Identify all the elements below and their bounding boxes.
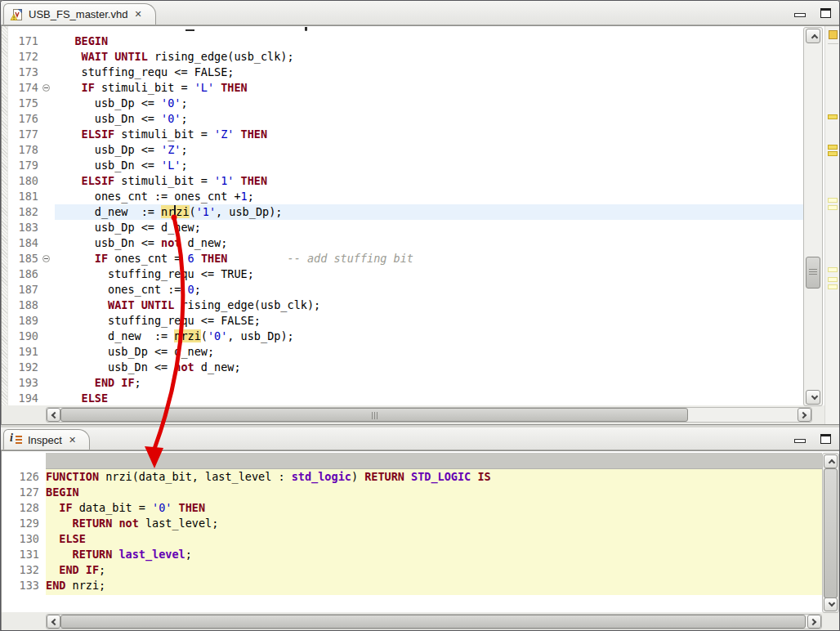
- editor-hscrollbar[interactable]: [46, 407, 812, 423]
- code-line[interactable]: IF ones_cnt = 6 THEN -- add stuffing bit: [55, 251, 803, 266]
- tab-usb-fs-master[interactable]: USB_FS_master.vhd ✕: [3, 3, 156, 25]
- code-line[interactable]: RETURN last_level;: [46, 547, 822, 562]
- code-line[interactable]: usb_Dn <= not d_new;: [55, 360, 803, 375]
- occurrence-marker[interactable]: [828, 284, 838, 289]
- line-number[interactable]: 193: [9, 375, 38, 391]
- code-line[interactable]: FUNCTION nrzi(data_bit, last_level : std…: [46, 469, 822, 485]
- code-line[interactable]: stuffing_requ <= FALSE;: [55, 65, 803, 80]
- line-number[interactable]: 131: [2, 547, 39, 562]
- code-line[interactable]: usb_Dp <= d_new;: [55, 220, 803, 235]
- code-line[interactable]: stuffing_requ <= FALSE;: [55, 313, 803, 329]
- code-line[interactable]: WAIT UNTIL rising_edge(usb_clk);: [55, 49, 803, 65]
- code-line[interactable]: END IF;: [46, 562, 822, 578]
- line-number[interactable]: 176: [9, 111, 38, 127]
- line-number[interactable]: 130: [2, 531, 39, 547]
- hscroll-thumb[interactable]: [60, 615, 806, 629]
- editor-minimize-icon[interactable]: [794, 13, 806, 17]
- code-line[interactable]: IF data_bit = '0' THEN: [46, 500, 822, 516]
- code-line[interactable]: d_new := nrzi('0', usb_Dp);: [55, 329, 803, 344]
- inspect-vscrollbar[interactable]: [822, 453, 839, 613]
- inspect-tab-close-icon[interactable]: ✕: [69, 435, 76, 445]
- line-number[interactable]: 132: [2, 562, 39, 578]
- tab-inspect[interactable]: i Inspect ✕: [3, 429, 90, 450]
- code-line[interactable]: BEGIN: [46, 485, 822, 500]
- line-number[interactable]: 183: [9, 220, 38, 235]
- scroll-down-button[interactable]: [824, 597, 838, 611]
- line-number[interactable]: 174: [9, 80, 38, 96]
- code-line[interactable]: ELSIF stimuli_bit = 'Z' THEN: [55, 127, 803, 142]
- overview-ruler[interactable]: [824, 26, 840, 424]
- code-line[interactable]: ones_cnt := 0;: [55, 282, 803, 298]
- scroll-up-button[interactable]: [806, 29, 820, 43]
- line-number[interactable]: 185: [9, 251, 38, 266]
- code-line[interactable]: END IF;: [55, 375, 803, 391]
- fold-collapse-icon[interactable]: [42, 255, 50, 262]
- editor-maximize-icon[interactable]: [820, 8, 831, 18]
- occurrence-marker[interactable]: [828, 267, 838, 272]
- line-number[interactable]: 181: [9, 189, 38, 204]
- occurrence-marker[interactable]: [828, 151, 838, 156]
- code-line[interactable]: usb_Dn <= not d_new;: [55, 235, 803, 251]
- overview-status-square[interactable]: [829, 30, 838, 39]
- line-number[interactable]: 187: [9, 282, 38, 298]
- code-line[interactable]: ELSE: [55, 391, 803, 406]
- code-line[interactable]: stuffing_requ <= TRUE;: [55, 266, 803, 282]
- code-line[interactable]: usb_Dp <= 'Z';: [55, 142, 803, 158]
- scroll-left-button[interactable]: [47, 408, 60, 422]
- line-number[interactable]: 178: [9, 142, 38, 158]
- occurrence-marker[interactable]: [828, 145, 838, 150]
- line-number[interactable]: 190: [9, 329, 38, 344]
- line-number[interactable]: 172: [9, 49, 38, 65]
- vscroll-thumb[interactable]: [806, 257, 820, 289]
- line-number[interactable]: 127: [2, 485, 39, 500]
- code-line[interactable]: IF stimuli_bit = 'L' THEN: [55, 80, 803, 96]
- scroll-up-button[interactable]: [824, 454, 838, 468]
- scroll-down-button[interactable]: [806, 390, 820, 405]
- editor-vscrollbar[interactable]: [803, 27, 823, 406]
- code-line[interactable]: ELSE: [46, 531, 822, 547]
- line-number[interactable]: 179: [9, 158, 38, 173]
- line-number[interactable]: 188: [9, 298, 38, 313]
- code-line[interactable]: usb_Dp <= d_new;: [55, 344, 803, 360]
- line-number[interactable]: 173: [9, 65, 38, 80]
- code-line[interactable]: usb_Dn <= '0';: [55, 111, 803, 127]
- code-line[interactable]: END nrzi;: [46, 578, 822, 593]
- line-number[interactable]: 184: [9, 235, 38, 251]
- scroll-right-button[interactable]: [807, 615, 821, 629]
- line-number[interactable]: 177: [9, 127, 38, 142]
- line-number[interactable]: 191: [9, 344, 38, 360]
- inspect-maximize-icon[interactable]: [820, 434, 831, 444]
- line-number[interactable]: 194: [9, 391, 38, 406]
- code-line[interactable]: usb_Dp <= '0';: [55, 96, 803, 111]
- scroll-left-button[interactable]: [47, 615, 60, 629]
- inspect-hscrollbar[interactable]: [46, 614, 822, 629]
- occurrence-marker[interactable]: [828, 198, 838, 203]
- fold-collapse-icon[interactable]: [42, 84, 50, 92]
- hscroll-thumb[interactable]: [60, 408, 688, 422]
- line-number[interactable]: 129: [2, 516, 39, 531]
- code-line[interactable]: usb_Dn <= 'L';: [55, 158, 803, 173]
- code-line[interactable]: d_new := nrzi('1', usb_Dp);: [55, 204, 803, 220]
- line-number[interactable]: 192: [9, 360, 38, 375]
- code-line[interactable]: WAIT UNTIL rising_edge(usb_clk);: [55, 298, 803, 313]
- line-number[interactable]: 126: [2, 469, 39, 485]
- code-line[interactable]: ELSIF stimuli_bit = '1' THEN: [55, 173, 803, 189]
- line-number[interactable]: 180: [9, 173, 38, 189]
- scroll-right-button[interactable]: [798, 408, 811, 422]
- editor-line-numbers[interactable]: 1711721731741751761771781791801811821831…: [9, 34, 38, 406]
- inspect-code-area[interactable]: FUNCTION nrzi(data_bit, last_level : std…: [46, 469, 822, 595]
- occurrence-marker[interactable]: [828, 277, 838, 282]
- code-line[interactable]: ones_cnt := ones_cnt +1;: [55, 189, 803, 204]
- line-number[interactable]: 128: [2, 500, 39, 516]
- line-number[interactable]: 175: [9, 96, 38, 111]
- vscroll-thumb[interactable]: [824, 468, 838, 598]
- inspect-minimize-icon[interactable]: [794, 439, 806, 443]
- line-number[interactable]: 133: [2, 578, 39, 593]
- editor-code-area[interactable]: BEGIN WAIT UNTIL rising_edge(usb_clk); s…: [55, 34, 803, 406]
- editor-tab-close-icon[interactable]: ✕: [134, 9, 141, 20]
- occurrence-marker[interactable]: [828, 205, 838, 210]
- code-line[interactable]: BEGIN: [55, 34, 803, 49]
- code-line[interactable]: RETURN not last_level;: [46, 516, 822, 531]
- line-number[interactable]: 171: [9, 34, 38, 49]
- line-number[interactable]: 182: [9, 204, 38, 220]
